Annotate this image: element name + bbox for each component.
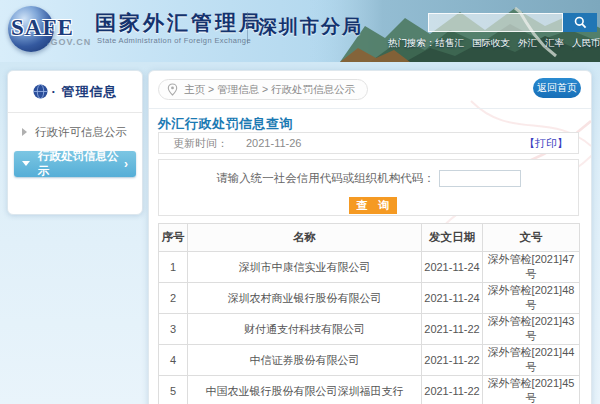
sidebar-item-penalty-disclosure[interactable]: 行政处罚信息公示 › [14, 151, 136, 177]
query-line: 请输入统一社会信用代码或组织机构代码： [159, 170, 578, 187]
header-divider [247, 12, 248, 44]
row-index-cell: 3 [159, 314, 188, 345]
table-row: 2深圳农村商业银行股份有限公司2021-11-24深外管检[2021]48号 [159, 283, 580, 314]
table-row: 1深圳市中康信实业有限公司2021-11-24深外管检[2021]47号 [159, 252, 580, 283]
query-form: 请输入统一社会信用代码或组织机构代码： 查 询 [158, 159, 579, 216]
org-name: 国家外汇管理局 [95, 9, 263, 37]
sidebar-item-label: 行政许可信息公示 [35, 125, 127, 140]
sidebar-header: · 管理信息 [8, 71, 142, 113]
gov-cn-label: .GOV.CN [47, 37, 91, 47]
row-index-cell: 5 [159, 376, 188, 404]
query-label: 请输入统一社会信用代码或组织机构代码： [216, 172, 435, 184]
update-time-bar: 更新时间： 2021-11-26 【打印】 [158, 132, 579, 154]
hot-search-link[interactable]: 国际收支 [472, 37, 510, 48]
header-search [428, 13, 597, 32]
column-header: 名称 [188, 224, 422, 252]
chevron-right-icon: › [124, 157, 128, 171]
column-header: 序号 [159, 224, 188, 252]
globe-icon [33, 84, 48, 99]
row-index-cell: 1 [159, 252, 188, 283]
print-link[interactable]: 【打印】 [524, 136, 568, 151]
sidebar-item-label: 行政处罚信息公示 [38, 149, 124, 179]
row-index-cell: 2 [159, 283, 188, 314]
hot-search-link[interactable]: 外汇 [518, 37, 537, 48]
location-pin-icon [167, 83, 178, 96]
hot-search-label: 热门搜索： [388, 37, 436, 48]
doc-number-cell: 深外管检[2021]44号 [483, 345, 580, 376]
page-title: 外汇行政处罚信息查询 [158, 115, 293, 133]
back-home-button[interactable]: 返回首页 [533, 78, 581, 98]
site-header: SAFE .GOV.CN 国家外汇管理局 State Administratio… [0, 0, 600, 62]
breadcrumb[interactable]: 主页 > 管理信息 > 行政处罚信息公示 [158, 79, 368, 100]
column-header: 文号 [483, 224, 580, 252]
hot-search-link[interactable]: 汇率 [545, 37, 564, 48]
results-table: 序号名称发文日期文号 1深圳市中康信实业有限公司2021-11-24深外管检[2… [158, 223, 580, 404]
table-row: 3财付通支付科技有限公司2021-11-22深外管检[2021]43号 [159, 314, 580, 345]
main-content: 主页 > 管理信息 > 行政处罚信息公示 返回首页 外汇行政处罚信息查询 更新时… [148, 70, 592, 404]
column-header: 发文日期 [422, 224, 483, 252]
company-name-cell: 中国农业银行股份有限公司深圳福田支行 [188, 376, 422, 404]
credit-code-input[interactable] [439, 170, 521, 187]
company-name-cell: 深圳市中康信实业有限公司 [188, 252, 422, 283]
doc-number-cell: 深外管检[2021]43号 [483, 314, 580, 345]
header-row: 序号名称发文日期文号 [159, 224, 580, 252]
doc-number-cell: 深外管检[2021]47号 [483, 252, 580, 283]
breadcrumb-row: 主页 > 管理信息 > 行政处罚信息公示 返回首页 [149, 71, 591, 109]
issue-date-cell: 2021-11-24 [422, 283, 483, 314]
hot-search-link[interactable]: 人民币 [572, 37, 600, 48]
search-button[interactable] [563, 13, 597, 32]
issue-date-cell: 2021-11-22 [422, 376, 483, 404]
sidebar: · 管理信息 行政许可信息公示 行政处罚信息公示 › [7, 70, 143, 215]
company-name-cell: 财付通支付科技有限公司 [188, 314, 422, 345]
sidebar-title: · 管理信息 [52, 83, 118, 101]
branch-name: 深圳市分局 [258, 14, 363, 40]
row-index-cell: 4 [159, 345, 188, 376]
doc-number-cell: 深外管检[2021]45号 [483, 376, 580, 404]
query-button[interactable]: 查 询 [349, 197, 397, 214]
org-name-english: State Administration of Foreign Exchange [97, 36, 251, 45]
doc-number-cell: 深外管检[2021]48号 [483, 283, 580, 314]
company-name-cell: 中信证券股份有限公司 [188, 345, 422, 376]
issue-date-cell: 2021-11-24 [422, 252, 483, 283]
issue-date-cell: 2021-11-22 [422, 314, 483, 345]
results-table-head: 序号名称发文日期文号 [159, 224, 580, 252]
breadcrumb-text: 主页 > 管理信息 > 行政处罚信息公示 [184, 83, 355, 97]
company-name-cell: 深圳农村商业银行股份有限公司 [188, 283, 422, 314]
update-time-value: 2021-11-26 [246, 137, 301, 149]
hot-search-row: 热门搜索：结售汇国际收支外汇汇率人民币 [388, 37, 600, 50]
issue-date-cell: 2021-11-22 [422, 345, 483, 376]
table-row: 5中国农业银行股份有限公司深圳福田支行2021-11-22深外管检[2021]4… [159, 376, 580, 404]
header-search-input[interactable] [428, 13, 563, 32]
update-time-label: 更新时间： [173, 136, 228, 151]
arrow-right-icon [22, 128, 27, 136]
arrow-down-icon [22, 161, 30, 170]
results-table-body: 1深圳市中康信实业有限公司2021-11-24深外管检[2021]47号2深圳农… [159, 252, 580, 404]
table-row: 4中信证券股份有限公司2021-11-22深外管检[2021]44号 [159, 345, 580, 376]
hot-search-links: 结售汇国际收支外汇汇率人民币 [436, 37, 600, 48]
hot-search-link[interactable]: 结售汇 [436, 37, 465, 48]
sidebar-item-license-disclosure[interactable]: 行政许可信息公示 [14, 120, 136, 144]
search-icon [574, 16, 587, 29]
